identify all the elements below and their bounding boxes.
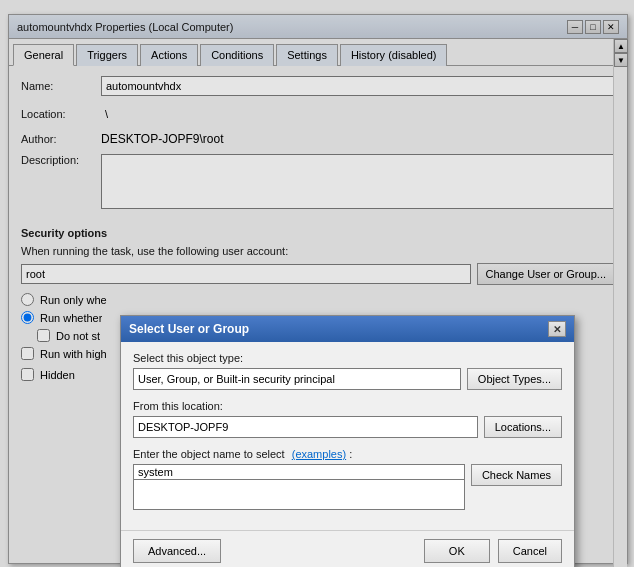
modal-footer-actions: OK Cancel	[424, 539, 562, 563]
modal-close-button[interactable]: ✕	[548, 321, 566, 337]
examples-link[interactable]: (examples)	[292, 448, 346, 460]
object-name-extra-area	[133, 480, 465, 510]
ok-button[interactable]: OK	[424, 539, 490, 563]
location-input[interactable]	[133, 416, 478, 438]
object-name-row: Check Names	[133, 464, 562, 510]
modal-footer: Advanced... OK Cancel	[121, 530, 574, 567]
object-name-input[interactable]	[133, 464, 465, 480]
object-name-text: Enter the object name to select	[133, 448, 285, 460]
object-type-label: Select this object type:	[133, 352, 562, 364]
modal-titlebar: Select User or Group ✕	[121, 316, 574, 342]
object-name-label: Enter the object name to select (example…	[133, 448, 562, 460]
object-type-input[interactable]	[133, 368, 461, 390]
from-location-label: From this location:	[133, 400, 562, 412]
select-user-modal: Select User or Group ✕ Select this objec…	[120, 315, 575, 567]
modal-title: Select User or Group	[129, 322, 249, 336]
object-types-button[interactable]: Object Types...	[467, 368, 562, 390]
locations-button[interactable]: Locations...	[484, 416, 562, 438]
cancel-button[interactable]: Cancel	[498, 539, 562, 563]
check-names-button[interactable]: Check Names	[471, 464, 562, 486]
object-type-row: Object Types...	[133, 368, 562, 390]
advanced-button[interactable]: Advanced...	[133, 539, 221, 563]
location-row: Locations...	[133, 416, 562, 438]
modal-body: Select this object type: Object Types...…	[121, 342, 574, 530]
